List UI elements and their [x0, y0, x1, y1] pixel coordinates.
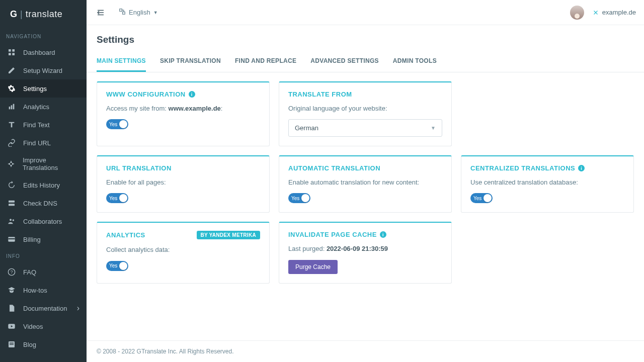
svg-rect-18 [10, 344, 14, 344]
doc-icon [7, 304, 16, 313]
sidebar-item-label: Find URL [23, 139, 51, 147]
sidebar-item-label: Collaborators [23, 218, 62, 225]
sidebar-item-setup-wizard[interactable]: Setup Wizard [0, 61, 87, 79]
card-analytics: ANALYTICS BY YANDEX METRIKA Collect anal… [97, 222, 270, 283]
select-value: German [295, 124, 318, 132]
video-icon [7, 322, 16, 331]
purge-cache-button[interactable]: Purge Cache [288, 260, 338, 274]
sidebar-item-find-text[interactable]: Find Text [0, 116, 87, 134]
centralized-translations-toggle[interactable]: Yes [470, 193, 493, 203]
card-www-configuration: WWW CONFIGURATION i Access my site from:… [97, 81, 270, 146]
collapse-sidebar-button[interactable] [95, 7, 107, 19]
card-translate-from: TRANSLATE FROM Original language of your… [279, 81, 452, 146]
svg-rect-20 [123, 12, 125, 15]
nav-heading-info: INFO [0, 248, 87, 263]
sidebar-item-documentation[interactable]: Documentation › [0, 299, 87, 317]
card-automatic-translation: AUTOMATIC TRANSLATION Enable automatic t… [279, 155, 452, 213]
card-title: URL TRANSLATION [106, 164, 172, 172]
sidebar-item-label: Billing [23, 236, 41, 243]
sidebar-item-faq[interactable]: ? FAQ [0, 263, 87, 281]
translate-from-select[interactable]: German ▼ [288, 119, 442, 137]
card-title: ANALYTICS [106, 231, 145, 239]
sidebar-item-check-dns[interactable]: Check DNS [0, 194, 87, 212]
logo[interactable]: G | translate [0, 0, 87, 29]
cap-icon [7, 286, 16, 295]
sidebar-item-settings[interactable]: Settings [0, 79, 87, 98]
logo-text: translate [26, 9, 63, 20]
sidebar-item-label: Setup Wizard [23, 67, 62, 74]
svg-rect-19 [120, 9, 122, 12]
card-title: TRANSLATE FROM [288, 90, 352, 98]
link-icon [7, 138, 16, 147]
card-title: CENTRALIZED TRANSLATIONS [470, 164, 575, 172]
sidebar-item-label: Edits History [23, 182, 60, 189]
sidebar-item-label: Dashboard [23, 49, 55, 56]
sidebar-item-improve-translations[interactable]: Improve Translations [0, 152, 87, 176]
card-invalidate-page-cache: INVALIDATE PAGE CACHE i Last purged: 202… [279, 222, 452, 283]
tab-advanced-settings[interactable]: ADVANCED SETTINGS [310, 51, 379, 72]
svg-rect-8 [9, 204, 15, 206]
sidebar-item-edits-history[interactable]: Edits History [0, 176, 87, 194]
avatar[interactable] [570, 6, 584, 20]
users-icon [7, 217, 16, 226]
www-toggle[interactable]: Yes [106, 119, 128, 129]
toggle-label: Yes [291, 196, 299, 201]
toggle-knob [119, 194, 127, 202]
sidebar-item-label: FAQ [23, 268, 36, 276]
toggle-label: Yes [109, 122, 117, 127]
tab-admin-tools[interactable]: ADMIN TOOLS [393, 51, 437, 72]
dns-icon [7, 199, 16, 208]
svg-rect-5 [11, 105, 13, 109]
automatic-translation-toggle[interactable]: Yes [288, 193, 310, 203]
language-selector[interactable]: English ▼ [119, 8, 158, 17]
chevron-right-icon: › [77, 304, 79, 313]
sidebar-item-dashboard[interactable]: Dashboard [0, 43, 87, 61]
tab-skip-translation[interactable]: SKIP TRANSLATION [160, 51, 221, 72]
analytics-toggle[interactable]: Yes [106, 261, 128, 271]
card-title: INVALIDATE PAGE CACHE [288, 231, 377, 238]
domain-selector[interactable]: example.de [592, 9, 636, 16]
svg-rect-12 [8, 238, 15, 239]
info-icon[interactable]: i [189, 91, 195, 98]
sidebar-item-videos[interactable]: Videos [0, 317, 87, 335]
wand-icon [7, 66, 16, 75]
chart-icon [7, 102, 16, 111]
url-translation-toggle[interactable]: Yes [106, 193, 128, 203]
sidebar-item-label: How-tos [23, 287, 47, 294]
svg-rect-4 [9, 107, 11, 109]
sidebar-item-find-url[interactable]: Find URL [0, 134, 87, 152]
info-icon[interactable]: i [380, 231, 386, 238]
sidebar-item-label: Improve Translations [23, 156, 79, 171]
sidebar: G | translate NAVIGATION Dashboard Setup… [0, 0, 87, 362]
chevron-down-icon: ▼ [431, 125, 436, 131]
gear-icon [7, 84, 16, 93]
domain-icon [592, 9, 599, 16]
sidebar-item-label: Documentation [23, 305, 67, 312]
globe-icon [119, 8, 126, 17]
svg-rect-1 [12, 49, 15, 52]
tab-main-settings[interactable]: MAIN SETTINGS [97, 51, 146, 72]
card-title: AUTOMATIC TRANSLATION [288, 164, 380, 172]
sidebar-item-label: Check DNS [23, 200, 57, 207]
history-icon [7, 180, 16, 190]
sidebar-item-collaborators[interactable]: Collaborators [0, 212, 87, 230]
sidebar-item-analytics[interactable]: Analytics [0, 98, 87, 116]
topbar: English ▼ example.de [87, 0, 644, 25]
toggle-label: Yes [109, 263, 117, 268]
tab-find-and-replace[interactable]: FIND AND REPLACE [235, 51, 296, 72]
card-desc: Last purged: 2022-06-09 21:30:59 [288, 244, 442, 253]
tabs: MAIN SETTINGS SKIP TRANSLATION FIND AND … [87, 51, 644, 72]
svg-rect-7 [9, 201, 15, 203]
sidebar-item-label: Settings [23, 85, 47, 93]
toggle-knob [119, 120, 127, 128]
sidebar-item-howtos[interactable]: How-tos [0, 281, 87, 299]
sidebar-item-billing[interactable]: Billing [0, 230, 87, 248]
sidebar-item-blog[interactable]: Blog [0, 335, 87, 353]
nav-heading-navigation: NAVIGATION [0, 29, 87, 43]
logo-divider: | [20, 9, 23, 20]
card-desc: Enable for all pages: [106, 178, 260, 187]
card-desc: Use centralized translation database: [470, 178, 624, 187]
info-icon[interactable]: i [578, 165, 585, 171]
toggle-knob [484, 194, 492, 202]
toggle-knob [301, 194, 309, 202]
